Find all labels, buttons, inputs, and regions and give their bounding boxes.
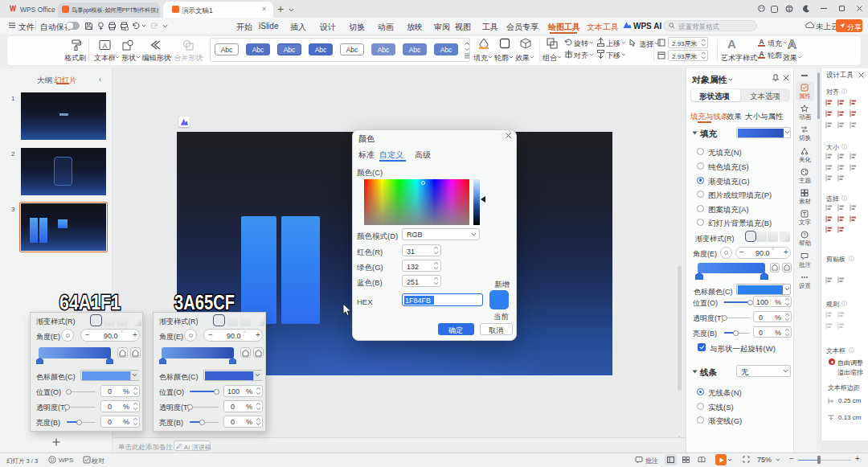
svg-text:3A65CF: 3A65CF [174, 290, 235, 313]
svg-text:64A1F1: 64A1F1 [59, 290, 121, 313]
svg-text:A: A [102, 42, 107, 50]
svg-text:A: A [759, 50, 764, 58]
svg-text:A: A [759, 38, 764, 46]
svg-text:?: ? [803, 233, 806, 238]
